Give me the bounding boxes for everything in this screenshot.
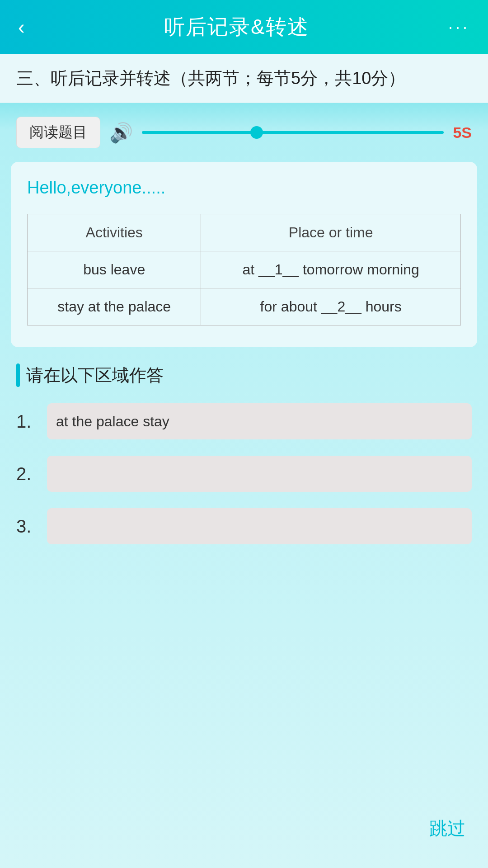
section-title: 三、听后记录并转述（共两节；每节5分，共10分） (16, 69, 405, 88)
answer-number-1: 1. (16, 411, 38, 432)
more-button[interactable]: ··· (448, 18, 470, 37)
section-title-bar: 三、听后记录并转述（共两节；每节5分，共10分） (0, 54, 488, 103)
table-row: stay at the palace for about __2__ hours (28, 288, 461, 326)
audio-time: 5S (453, 124, 472, 142)
header-title: 听后记录&转述 (164, 13, 309, 41)
speaker-icon[interactable]: 🔊 (109, 122, 133, 144)
audio-row: 阅读题目 🔊 5S (0, 103, 488, 162)
audio-track (142, 131, 444, 134)
activity-table: Activities Place or time bus leave at __… (27, 214, 461, 326)
answer-input-1[interactable] (47, 403, 472, 439)
answer-item-2: 2. (16, 456, 472, 492)
greeting-text: Hello,everyone..... (27, 178, 461, 198)
activity-cell-2: stay at the palace (28, 288, 201, 326)
answer-prompt-text: 请在以下区域作答 (26, 364, 164, 387)
content-card: Hello,everyone..... Activities Place or … (11, 162, 477, 347)
col-place-time-header: Place or time (201, 214, 461, 251)
answer-input-3[interactable] (47, 508, 472, 544)
answer-section: 请在以下区域作答 1. 2. 3. (0, 347, 488, 544)
back-button[interactable]: ‹ (18, 16, 25, 38)
detail-cell-1: at __1__ tomorrow morning (201, 251, 461, 288)
audio-thumb (250, 126, 263, 139)
answer-bar-icon (16, 363, 20, 387)
read-button[interactable]: 阅读题目 (16, 117, 100, 148)
answer-prompt: 请在以下区域作答 (16, 363, 472, 387)
table-row: bus leave at __1__ tomorrow morning (28, 251, 461, 288)
answer-input-2[interactable] (47, 456, 472, 492)
answer-number-3: 3. (16, 516, 38, 537)
answer-number-2: 2. (16, 464, 38, 484)
answer-item-1: 1. (16, 403, 472, 439)
answer-item-3: 3. (16, 508, 472, 544)
detail-cell-2: for about __2__ hours (201, 288, 461, 326)
header: ‹ 听后记录&转述 ··· (0, 0, 488, 54)
activity-cell-1: bus leave (28, 251, 201, 288)
audio-slider[interactable] (142, 123, 444, 142)
skip-button[interactable]: 跳过 (429, 816, 465, 841)
col-activities-header: Activities (28, 214, 201, 251)
